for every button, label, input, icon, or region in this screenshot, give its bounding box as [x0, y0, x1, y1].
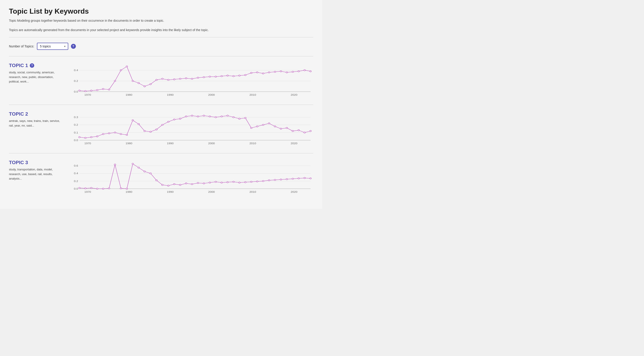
svg-text:1970: 1970 [84, 142, 91, 145]
svg-text:0.0: 0.0 [74, 139, 78, 142]
svg-text:0.1: 0.1 [74, 131, 78, 134]
svg-point-83 [156, 129, 157, 130]
svg-point-146 [197, 182, 199, 184]
svg-point-34 [197, 77, 199, 78]
svg-point-129 [96, 188, 98, 189]
svg-point-145 [191, 183, 193, 185]
svg-point-160 [280, 179, 282, 180]
svg-point-99 [250, 127, 252, 129]
svg-point-96 [233, 116, 234, 118]
svg-point-72 [90, 136, 92, 138]
svg-point-33 [191, 78, 193, 79]
line-chart-1: 0.00.20.4197019801990200020102020 [67, 63, 313, 98]
svg-point-52 [304, 69, 306, 71]
svg-point-100 [256, 126, 258, 127]
svg-point-16 [90, 90, 92, 91]
svg-point-98 [244, 117, 246, 118]
svg-point-159 [274, 179, 276, 180]
svg-point-50 [292, 71, 294, 72]
chart-container-2: 0.00.10.20.3197019801990200020102020 [67, 111, 313, 147]
topic-section-1: TOPIC 1?study, social, community, americ… [9, 56, 313, 105]
svg-point-40 [233, 75, 234, 77]
svg-point-162 [292, 178, 294, 179]
svg-point-158 [268, 180, 270, 181]
svg-text:0.3: 0.3 [74, 116, 78, 119]
topic-keywords-3: study, transportation, data, model, rese… [9, 167, 63, 181]
svg-point-93 [215, 116, 216, 118]
svg-point-89 [191, 115, 193, 116]
svg-point-35 [203, 76, 204, 78]
topics-select-wrapper[interactable]: 5 topics 1 topic 2 topics 3 topics 4 top… [37, 43, 68, 50]
svg-point-155 [250, 181, 252, 182]
svg-point-127 [84, 188, 86, 189]
svg-point-97 [238, 118, 240, 119]
svg-point-18 [102, 88, 104, 90]
svg-text:2000: 2000 [208, 191, 215, 193]
svg-point-29 [168, 79, 169, 80]
topics-help-icon[interactable]: ? [71, 44, 76, 49]
chart-container-1: 0.00.20.4197019801990200020102020 [67, 63, 313, 98]
svg-text:0.2: 0.2 [74, 80, 78, 82]
svg-point-126 [78, 187, 80, 189]
svg-point-107 [298, 129, 300, 131]
topic-section-3: TOPIC 3study, transportation, data, mode… [9, 153, 313, 202]
svg-text:2020: 2020 [291, 142, 298, 145]
svg-point-152 [233, 181, 234, 182]
svg-point-53 [310, 71, 311, 72]
svg-point-140 [162, 184, 163, 186]
page-container: Topic List by Keywords Topic Modeling gr… [0, 0, 322, 209]
topics-select[interactable]: 5 topics 1 topic 2 topics 3 topics 4 top… [37, 43, 68, 50]
svg-point-163 [298, 178, 300, 179]
line-chart-3: 0.00.20.40.6197019801990200020102020 [67, 160, 313, 195]
svg-point-77 [120, 133, 122, 135]
svg-text:1970: 1970 [84, 93, 91, 96]
page-description-line1: Topic Modeling groups together keywords … [9, 18, 313, 23]
svg-text:1980: 1980 [126, 142, 132, 145]
svg-point-42 [244, 74, 246, 76]
svg-point-104 [280, 128, 282, 129]
svg-point-21 [120, 69, 122, 71]
svg-point-82 [150, 131, 151, 132]
svg-text:1990: 1990 [167, 191, 174, 193]
svg-point-73 [96, 136, 98, 137]
svg-text:1990: 1990 [167, 93, 174, 96]
svg-text:0.0: 0.0 [74, 187, 78, 190]
topics-list: TOPIC 1?study, social, community, americ… [9, 56, 313, 202]
svg-point-95 [227, 115, 228, 116]
svg-point-48 [280, 71, 282, 72]
topic-title-1: TOPIC 1 [9, 63, 28, 68]
svg-point-47 [274, 71, 276, 72]
svg-point-37 [215, 76, 216, 77]
svg-rect-110 [80, 162, 310, 189]
svg-point-19 [108, 89, 110, 90]
svg-point-27 [156, 79, 157, 80]
svg-point-44 [256, 71, 258, 73]
svg-point-92 [209, 116, 210, 117]
page-description-line2: Topics are automatically generated from … [9, 27, 313, 32]
svg-point-130 [102, 188, 104, 189]
svg-point-165 [310, 178, 311, 179]
svg-point-133 [120, 188, 122, 189]
svg-point-23 [132, 80, 134, 82]
svg-text:2010: 2010 [250, 93, 256, 96]
svg-point-148 [209, 182, 210, 183]
svg-point-14 [78, 90, 80, 91]
svg-point-22 [126, 66, 128, 67]
svg-text:2010: 2010 [250, 142, 256, 145]
svg-point-94 [221, 116, 222, 117]
svg-point-17 [96, 89, 98, 91]
topic-title-row-1: TOPIC 1? [9, 63, 63, 68]
svg-point-32 [185, 78, 187, 79]
svg-point-161 [286, 178, 288, 180]
svg-point-51 [298, 71, 300, 72]
svg-point-91 [203, 115, 204, 116]
svg-point-81 [144, 130, 146, 132]
svg-point-15 [84, 90, 86, 92]
topic-help-icon-1[interactable]: ? [30, 63, 34, 68]
svg-point-150 [221, 182, 222, 183]
svg-point-105 [286, 127, 288, 129]
svg-point-141 [168, 185, 169, 186]
svg-point-25 [144, 86, 146, 87]
svg-point-136 [138, 167, 140, 168]
svg-text:1970: 1970 [84, 191, 91, 193]
